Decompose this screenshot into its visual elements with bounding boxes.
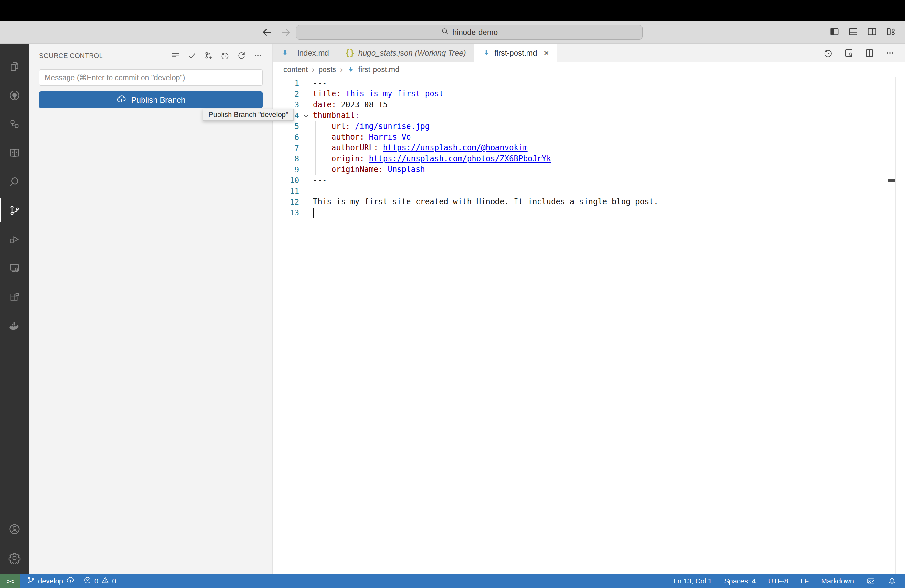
editor-more-actions-icon[interactable] — [885, 48, 895, 58]
tab-index-md[interactable]: _index.md — [273, 44, 337, 62]
symbols-icon[interactable] — [0, 110, 29, 138]
open-preview-icon[interactable] — [843, 48, 854, 58]
status-bar: >< develop 0 0 — [0, 574, 905, 588]
gutter-row: 7 — [273, 143, 313, 153]
code-line[interactable]: thumbnail: — [313, 110, 896, 121]
toggle-panel-icon[interactable] — [848, 27, 859, 38]
feedback-icon[interactable] — [866, 577, 875, 586]
account-icon[interactable] — [0, 515, 29, 544]
remote-explorer-icon[interactable] — [0, 253, 29, 282]
publish-branch-button[interactable]: Publish Branch — [39, 92, 263, 108]
cloud-upload-icon — [116, 94, 127, 106]
language-mode-status[interactable]: Markdown — [821, 577, 854, 585]
line-number: 10 — [273, 176, 299, 184]
code-line[interactable]: This is my first site created with Hinod… — [313, 197, 896, 207]
chevron-right-icon: › — [340, 65, 343, 75]
overview-ruler[interactable] — [895, 77, 896, 574]
code-line[interactable]: --- — [313, 78, 896, 89]
gutter-row: 8 — [273, 154, 313, 164]
github-icon[interactable] — [0, 81, 29, 110]
run-debug-icon[interactable] — [0, 225, 29, 253]
customize-layout-icon[interactable] — [886, 27, 896, 38]
code-line[interactable]: date: 2023-08-15 — [313, 100, 896, 110]
branch-name: develop — [38, 577, 63, 585]
commit-message-input[interactable] — [39, 70, 263, 86]
search-icon — [441, 27, 449, 38]
markdown-file-icon — [347, 66, 354, 74]
indent-guide — [316, 121, 316, 175]
eol-status[interactable]: LF — [800, 577, 809, 585]
nav-back-icon[interactable] — [261, 27, 273, 38]
close-tab-icon[interactable]: × — [544, 48, 549, 58]
markdown-file-icon — [281, 49, 289, 57]
source-control-icon[interactable] — [0, 196, 29, 225]
code-line[interactable]: author: Harris Vo — [313, 132, 896, 143]
toggle-secondary-sidebar-icon[interactable] — [867, 27, 877, 38]
more-actions-icon[interactable] — [253, 51, 263, 60]
settings-gear-icon[interactable] — [0, 544, 29, 572]
history-icon[interactable] — [220, 51, 230, 60]
line-number: 8 — [273, 154, 299, 163]
breadcrumb-folder[interactable]: posts — [318, 65, 336, 74]
create-branch-icon[interactable] — [204, 51, 213, 60]
publish-branch-label: Publish Branch — [131, 95, 185, 105]
code-line[interactable]: --- — [313, 175, 896, 186]
problems-status-item[interactable]: 0 0 — [83, 576, 116, 586]
remote-indicator[interactable]: >< — [0, 574, 20, 588]
code-line[interactable] — [313, 186, 896, 197]
search-sidebar-icon[interactable] — [0, 167, 29, 196]
gutter-row: 9 — [273, 164, 313, 175]
docker-icon[interactable] — [0, 311, 29, 340]
code-line[interactable]: authorURL: https://unsplash.com/@hoanvok… — [313, 143, 896, 153]
title-bar: hinode-demo — [0, 21, 905, 44]
indentation-status[interactable]: Spaces: 4 — [724, 577, 756, 585]
code-line[interactable]: url: /img/sunrise.jpg — [313, 121, 896, 132]
breadcrumb-file[interactable]: first-post.md — [359, 65, 400, 74]
view-as-list-icon[interactable] — [171, 51, 180, 60]
gutter-row: 12 — [273, 197, 313, 207]
tab-label: hugo_stats.json (Working Tree) — [359, 48, 466, 57]
breadcrumb-folder[interactable]: content — [283, 65, 308, 74]
encoding-status[interactable]: UTF-8 — [768, 577, 788, 585]
code-line[interactable]: originName: Unsplash — [313, 164, 896, 175]
code-line[interactable]: origin: https://unsplash.com/photos/ZX6B… — [313, 154, 896, 164]
vscode-window: hinode-demo — [0, 0, 905, 588]
command-center-search[interactable]: hinode-demo — [296, 25, 643, 40]
line-number: 13 — [273, 208, 299, 217]
extensions-icon[interactable] — [0, 282, 29, 311]
cursor-position-status[interactable]: Ln 13, Col 1 — [673, 577, 712, 585]
branch-status-item[interactable]: develop — [27, 576, 75, 587]
tab-bar: _index.md {} hugo_stats.json (Working Tr… — [273, 44, 905, 62]
fold-chevron-icon[interactable] — [299, 112, 313, 119]
gutter-row: 6 — [273, 132, 313, 143]
docs-book-icon[interactable] — [0, 138, 29, 167]
editor-group: _index.md {} hugo_stats.json (Working Tr… — [273, 44, 905, 574]
editor-history-icon[interactable] — [823, 48, 833, 58]
tab-label: _index.md — [293, 48, 329, 57]
remote-icon: >< — [6, 577, 13, 585]
gutter-row: 11 — [273, 186, 313, 197]
code-editor[interactable]: 12345678910111213 ---title: This is my f… — [273, 77, 905, 574]
explorer-icon[interactable] — [0, 52, 29, 81]
gutter-row: 10 — [273, 175, 313, 186]
activity-bar — [0, 44, 29, 574]
line-number: 12 — [273, 198, 299, 206]
line-number: 9 — [273, 165, 299, 174]
line-number: 5 — [273, 122, 299, 130]
gutter-row: 13 — [273, 208, 313, 218]
tab-first-post-md[interactable]: first-post.md × — [475, 44, 558, 62]
code-line[interactable]: title: This is my first post — [313, 89, 896, 99]
toggle-primary-sidebar-icon[interactable] — [829, 27, 840, 38]
json-file-icon: {} — [345, 48, 354, 57]
commit-check-icon[interactable] — [187, 51, 197, 60]
refresh-icon[interactable] — [237, 51, 246, 60]
gutter-row: 1 — [273, 78, 313, 89]
tab-hugo-stats-json[interactable]: {} hugo_stats.json (Working Tree) — [337, 44, 475, 62]
gutter-row: 5 — [273, 121, 313, 132]
nav-forward-icon[interactable] — [280, 27, 292, 38]
line-number: 1 — [273, 79, 299, 87]
notifications-bell-icon[interactable] — [888, 577, 897, 586]
split-editor-icon[interactable] — [864, 48, 875, 58]
line-number: 2 — [273, 90, 299, 98]
code-line[interactable] — [313, 208, 896, 218]
